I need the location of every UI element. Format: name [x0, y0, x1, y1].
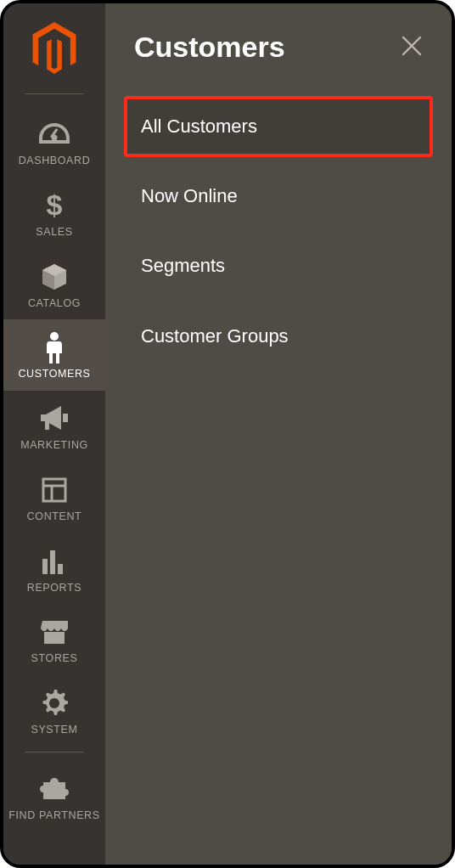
- nav-item-catalog[interactable]: CATALOG: [3, 249, 105, 320]
- submenu-item-label: Customer Groups: [141, 326, 416, 347]
- nav-label: CONTENT: [27, 511, 82, 523]
- submenu-item-label: Now Online: [141, 186, 416, 206]
- nav-item-dashboard[interactable]: DASHBOARD: [3, 106, 105, 178]
- svg-rect-5: [45, 421, 49, 430]
- divider: [25, 752, 84, 752]
- nav-label: DASHBOARD: [19, 155, 91, 167]
- submenu-item-label: Segments: [141, 256, 416, 276]
- nav-label: STORES: [31, 653, 78, 665]
- svg-rect-9: [42, 559, 48, 574]
- logo[interactable]: [3, 3, 105, 93]
- store-icon: [37, 614, 72, 650]
- submenu: All Customers Now Online Segments Custom…: [105, 81, 452, 367]
- nav-label: SYSTEM: [31, 724, 78, 736]
- megaphone-icon: [37, 401, 72, 437]
- nav-item-stores[interactable]: STORES: [3, 604, 105, 675]
- nav-label: MARKETING: [20, 440, 88, 452]
- dollar-icon: $: [37, 188, 72, 223]
- nav-item-reports[interactable]: REPORTS: [3, 533, 105, 605]
- submenu-item-segments[interactable]: Segments: [124, 235, 433, 296]
- submenu-item-now-online[interactable]: Now Online: [124, 166, 433, 227]
- person-icon: [37, 330, 72, 365]
- nav-item-sales[interactable]: $ SALES: [3, 178, 105, 249]
- nav-item-find-partners[interactable]: FIND PARTNERS: [3, 761, 105, 822]
- submenu-item-customer-groups[interactable]: Customer Groups: [124, 306, 433, 367]
- gauge-icon: [37, 116, 72, 152]
- gear-icon: [37, 685, 72, 721]
- panel-title: Customers: [134, 31, 285, 64]
- nav-label: FIND PARTNERS: [8, 810, 99, 822]
- puzzle-icon: [37, 771, 72, 807]
- nav-item-content[interactable]: CONTENT: [3, 462, 105, 533]
- bar-chart-icon: [37, 544, 72, 579]
- submenu-item-label: All Customers: [141, 116, 416, 137]
- svg-rect-6: [43, 479, 65, 501]
- layout-icon: [37, 472, 72, 508]
- nav-label: REPORTS: [27, 583, 81, 595]
- sidebar: DASHBOARD $ SALES CATALOG: [3, 3, 105, 865]
- divider: [25, 93, 84, 94]
- close-icon: [400, 34, 424, 61]
- close-button[interactable]: [397, 33, 426, 62]
- nav-item-marketing[interactable]: MARKETING: [3, 391, 105, 462]
- svg-rect-10: [50, 550, 55, 574]
- svg-text:$: $: [47, 189, 63, 221]
- svg-point-13: [51, 700, 58, 707]
- svg-rect-4: [63, 414, 68, 422]
- nav-label: CATALOG: [28, 298, 81, 310]
- svg-point-3: [50, 332, 59, 341]
- nav-label: SALES: [36, 227, 72, 239]
- box-icon: [37, 259, 72, 295]
- magento-logo-icon: [31, 22, 78, 78]
- customers-panel: Customers All Customers Now Online Segme…: [105, 3, 452, 865]
- svg-rect-12: [44, 632, 65, 644]
- nav-item-customers[interactable]: CUSTOMERS: [3, 319, 105, 391]
- svg-rect-11: [58, 564, 63, 574]
- panel-header: Customers: [105, 3, 452, 81]
- nav-item-system[interactable]: SYSTEM: [3, 675, 105, 747]
- submenu-item-all-customers[interactable]: All Customers: [124, 96, 433, 157]
- nav-label: CUSTOMERS: [18, 369, 90, 380]
- app-frame: DASHBOARD $ SALES CATALOG: [0, 0, 455, 868]
